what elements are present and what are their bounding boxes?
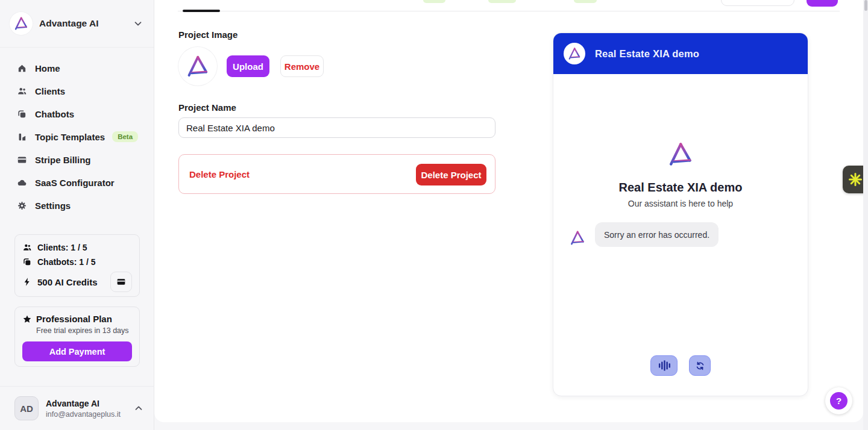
sidebar-item-label: Chatbots bbox=[35, 109, 74, 119]
bolt-icon bbox=[22, 277, 32, 287]
clients-usage-value: Clients: 1 / 5 bbox=[37, 243, 87, 252]
bot-message-avatar bbox=[569, 229, 586, 246]
toolbar-secondary-button[interactable] bbox=[721, 0, 794, 6]
scrollbar-thumb[interactable] bbox=[864, 0, 867, 11]
gear-icon bbox=[17, 201, 27, 211]
sidebar-item-stripe-billing[interactable]: Stripe Billing bbox=[0, 148, 154, 171]
credits-value: 500 AI Credits bbox=[37, 277, 98, 287]
delete-project-button[interactable]: Delete Project bbox=[416, 164, 486, 185]
tab-badge bbox=[423, 0, 445, 3]
bot-message-bubble: Sorry an error has occurred. bbox=[595, 222, 719, 247]
sidebar-item-label: Home bbox=[35, 63, 60, 73]
tab-badge bbox=[574, 0, 597, 3]
billing-card-button[interactable] bbox=[110, 272, 132, 292]
chatbot-logo bbox=[564, 43, 585, 64]
chevron-down-icon[interactable] bbox=[132, 17, 144, 30]
account-menu[interactable]: AD Advantage AI info@advantageplus.it bbox=[0, 386, 154, 430]
toolbar-primary-button[interactable] bbox=[807, 0, 838, 7]
chatbot-welcome: Real Estate XIA demo Our assistant is he… bbox=[553, 140, 808, 208]
trial-note: Free trial expires in 13 days bbox=[36, 326, 132, 335]
remove-button[interactable]: Remove bbox=[280, 55, 324, 77]
sidebar-item-label: Settings bbox=[35, 201, 71, 211]
chatbot-welcome-subtitle: Our assistant is here to help bbox=[553, 199, 808, 208]
avatar: AD bbox=[14, 396, 39, 420]
sidebar: Advantage AI Home Clients Chatbots Topic… bbox=[0, 0, 154, 430]
users-icon bbox=[17, 86, 27, 96]
brand-logo bbox=[10, 12, 33, 35]
tab-badge bbox=[488, 0, 516, 3]
add-payment-button[interactable]: Add Payment bbox=[22, 341, 132, 361]
app-root: Advantage AI Home Clients Chatbots Topic… bbox=[0, 0, 868, 430]
delete-project-section: Delete Project Delete Project bbox=[178, 154, 495, 194]
advantage-ai-logo-icon bbox=[667, 140, 694, 168]
advantage-ai-logo-icon bbox=[13, 16, 29, 31]
sidebar-item-saas-configurator[interactable]: SaaS Configurator bbox=[0, 171, 154, 194]
chatbots-usage-value: Chatbots: 1 / 5 bbox=[37, 257, 95, 267]
sidebar-item-label: Clients bbox=[35, 86, 65, 96]
chatbot-welcome-title: Real Estate XIA demo bbox=[553, 181, 808, 195]
star-icon bbox=[22, 314, 32, 324]
chevron-up-icon[interactable] bbox=[133, 402, 145, 414]
account-info: Advantage AI info@advantageplus.it bbox=[46, 399, 133, 419]
sidebar-item-label: Stripe Billing bbox=[35, 155, 91, 165]
credit-card-icon bbox=[17, 155, 27, 165]
sidebar-item-home[interactable]: Home bbox=[0, 57, 154, 79]
chatbot-header: Real Estate XIA demo bbox=[553, 33, 808, 74]
reset-chat-button[interactable] bbox=[689, 355, 711, 376]
sidebar-item-clients[interactable]: Clients bbox=[0, 79, 154, 102]
sidebar-item-settings[interactable]: Settings bbox=[0, 194, 154, 217]
scrollbar-track[interactable] bbox=[863, 0, 868, 430]
plan-name: Professional Plan bbox=[36, 314, 112, 324]
account-email: info@advantageplus.it bbox=[46, 410, 133, 419]
question-mark-icon: ? bbox=[830, 392, 848, 410]
users-icon bbox=[22, 243, 32, 252]
asterisk-icon bbox=[848, 172, 863, 187]
refresh-icon bbox=[695, 361, 705, 371]
project-image-label: Project Image bbox=[178, 30, 237, 40]
account-name: Advantage AI bbox=[46, 399, 133, 408]
templates-icon bbox=[17, 132, 27, 142]
sidebar-item-label: SaaS Configurator bbox=[35, 178, 115, 188]
workspace-switcher[interactable]: Advantage AI bbox=[0, 0, 154, 48]
project-name-label: Project Name bbox=[178, 102, 236, 113]
chatbots-usage-row: Chatbots: 1 / 5 bbox=[22, 255, 132, 269]
chatbot-header-title: Real Estate XIA demo bbox=[595, 48, 699, 60]
credit-card-icon bbox=[116, 277, 126, 287]
clients-usage-row: Clients: 1 / 5 bbox=[22, 240, 132, 255]
sidebar-item-chatbots[interactable]: Chatbots bbox=[0, 102, 154, 125]
sidebar-item-label: Topic Templates bbox=[35, 132, 105, 142]
project-name-input[interactable] bbox=[178, 117, 495, 138]
sidebar-item-topic-templates[interactable]: Topic Templates Beta bbox=[0, 125, 154, 148]
sidebar-nav: Home Clients Chatbots Topic Templates Be… bbox=[0, 48, 154, 217]
advantage-ai-logo-icon bbox=[567, 46, 582, 61]
voice-mode-button[interactable] bbox=[650, 355, 678, 376]
active-tab-indicator bbox=[183, 10, 220, 12]
beta-badge: Beta bbox=[112, 131, 138, 142]
cloud-icon bbox=[17, 178, 27, 188]
upload-button[interactable]: Upload bbox=[227, 55, 269, 77]
plan-card: Professional Plan Free trial expires in … bbox=[14, 307, 140, 367]
project-image-preview bbox=[178, 47, 217, 86]
credits-row: 500 AI Credits bbox=[22, 271, 132, 293]
tab-bar-divider bbox=[178, 11, 840, 11]
chatbots-icon bbox=[22, 257, 32, 267]
help-button[interactable]: ? bbox=[825, 387, 852, 414]
delete-project-label: Delete Project bbox=[189, 169, 250, 179]
waveform-icon bbox=[657, 358, 671, 373]
chatbots-icon bbox=[17, 109, 27, 119]
advantage-ai-logo-icon bbox=[185, 54, 210, 79]
home-icon bbox=[17, 63, 27, 73]
brand-name: Advantage AI bbox=[39, 18, 132, 29]
usage-stats-card: Clients: 1 / 5 Chatbots: 1 / 5 500 AI Cr… bbox=[14, 234, 140, 297]
chatbot-preview-card: Real Estate XIA demo Real Estate XIA dem… bbox=[553, 33, 808, 396]
